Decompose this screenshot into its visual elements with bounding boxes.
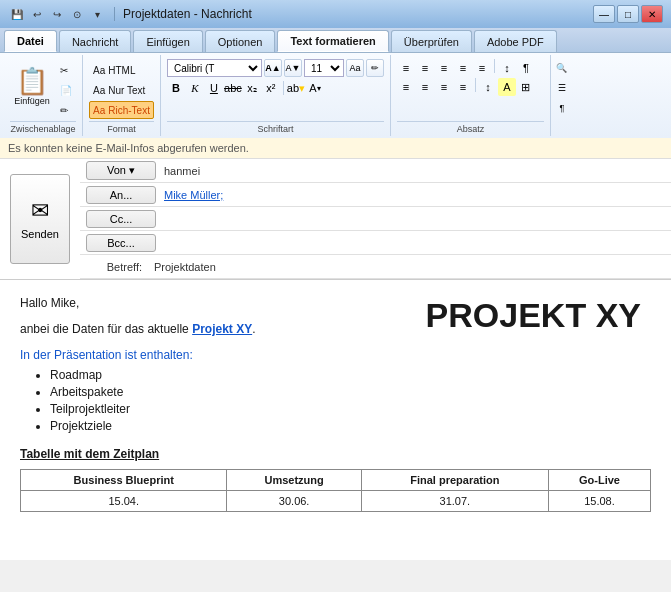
- list-item-1: Roadmap: [50, 368, 651, 382]
- bcc-btn[interactable]: Bcc...: [86, 234, 156, 252]
- subscript-btn[interactable]: x₂: [243, 79, 261, 97]
- undo-qa-btn[interactable]: ↩: [28, 5, 46, 23]
- copy-btn[interactable]: 📄: [56, 81, 76, 99]
- email-cc-row: Cc...: [80, 207, 671, 231]
- table-title: Tabelle mit dem Zeitplan: [20, 447, 651, 461]
- project-link[interactable]: Projekt XY: [192, 322, 252, 336]
- intro-text-end: .: [252, 322, 255, 336]
- close-btn[interactable]: ✕: [641, 5, 663, 23]
- info-bar-text: Es konnten keine E-Mail-Infos abgerufen …: [8, 142, 249, 154]
- more-qa-btn[interactable]: ▾: [88, 5, 106, 23]
- table-header-row: Business Blueprint Umsetzung Final prepa…: [21, 470, 651, 491]
- absatz-row2: ≡ ≡ ≡ ≡ ↕ A ⊞: [397, 78, 535, 96]
- html-icon: Aa: [93, 65, 105, 76]
- col-umsetzung: Umsetzung: [227, 470, 361, 491]
- extra1-btn[interactable]: ☰: [553, 79, 571, 97]
- font-size-decrease-btn[interactable]: A▼: [284, 59, 302, 77]
- redo-qa-btn[interactable]: ↪: [48, 5, 66, 23]
- project-logo: PROJEKT XY: [426, 296, 641, 335]
- richtext-format-btn[interactable]: Aa Rich-Text: [89, 101, 154, 119]
- email-bcc-row: Bcc...: [80, 231, 671, 255]
- send-button[interactable]: ✉ Senden: [10, 174, 70, 264]
- superscript-btn[interactable]: x²: [262, 79, 280, 97]
- tab-einfuegen[interactable]: Einfügen: [133, 30, 202, 52]
- title-bar-left: 💾 ↩ ↪ ⊙ ▾ Projektdaten - Nachricht: [8, 5, 252, 23]
- highlight-btn[interactable]: ab▾: [287, 79, 305, 97]
- body-content: PROJEKT XY Hallo Mike, anbei die Daten f…: [20, 296, 651, 447]
- multilevel-btn[interactable]: ≡: [435, 59, 453, 77]
- ribbon-group-schriftart: Calibri (T A▲ A▼ 11 Aa ✏ B K U abc x₂ x²…: [161, 55, 391, 136]
- plaintext-label: Nur Text: [108, 85, 145, 96]
- clear-format-btn[interactable]: Aa: [346, 59, 364, 77]
- align-right-btn[interactable]: ≡: [435, 78, 453, 96]
- tab-ueberpruefen[interactable]: Überprüfen: [391, 30, 472, 52]
- tab-text-formatieren[interactable]: Text formatieren: [277, 30, 388, 52]
- zwischenablage-label: Zwischenablage: [10, 121, 76, 134]
- cc-btn[interactable]: Cc...: [86, 210, 156, 228]
- cell-golive-date: 15.08.: [548, 491, 650, 512]
- decrease-indent-btn[interactable]: ≡: [454, 59, 472, 77]
- bullet-qa-btn[interactable]: ⊙: [68, 5, 86, 23]
- schriftart-content: Calibri (T A▲ A▼ 11 Aa ✏ B K U abc x₂ x²…: [167, 57, 384, 119]
- tab-datei[interactable]: Datei: [4, 30, 57, 52]
- italic-btn[interactable]: K: [186, 79, 204, 97]
- absatz-row1: ≡ ≡ ≡ ≡ ≡ ↕ ¶: [397, 59, 535, 77]
- window-controls: — □ ✕: [593, 5, 663, 23]
- copy-format-btn[interactable]: ✏: [366, 59, 384, 77]
- extra2-btn[interactable]: ¶: [553, 99, 571, 117]
- maximize-btn[interactable]: □: [617, 5, 639, 23]
- ribbon-tabs: Datei Nachricht Einfügen Optionen Text f…: [0, 28, 671, 53]
- save-qa-btn[interactable]: 💾: [8, 5, 26, 23]
- line-spacing-btn[interactable]: ↕: [479, 78, 497, 96]
- justify-btn[interactable]: ≡: [454, 78, 472, 96]
- title-bar-title: Projektdaten - Nachricht: [123, 7, 252, 21]
- to-btn[interactable]: An...: [86, 186, 156, 204]
- format-content: Aa HTML Aa Nur Text Aa Rich-Text: [89, 57, 154, 119]
- cut-btn[interactable]: ✂: [56, 61, 76, 79]
- title-bar: 💾 ↩ ↪ ⊙ ▾ Projektdaten - Nachricht — □ ✕: [0, 0, 671, 28]
- html-format-btn[interactable]: Aa HTML: [89, 61, 139, 79]
- format-painter-btn[interactable]: ✏: [56, 101, 76, 119]
- borders-btn[interactable]: ⊞: [517, 78, 535, 96]
- ribbon-group-zwischenablage: 📋 Einfügen ✂ 📄 ✏ Zwischenablage: [4, 55, 83, 136]
- tab-optionen[interactable]: Optionen: [205, 30, 276, 52]
- copy-icon: 📄: [60, 85, 72, 96]
- ribbon-group-format: Aa HTML Aa Nur Text Aa Rich-Text Format: [83, 55, 161, 136]
- shading-btn[interactable]: A: [498, 78, 516, 96]
- format-label: Format: [89, 121, 154, 134]
- minimize-btn[interactable]: —: [593, 5, 615, 23]
- richtext-label: Rich-Text: [108, 105, 150, 116]
- font-size-select[interactable]: 11: [304, 59, 344, 77]
- to-value[interactable]: Mike Müller;: [160, 187, 671, 203]
- divider2: [494, 59, 495, 73]
- show-para-btn[interactable]: ¶: [517, 59, 535, 77]
- cc-value[interactable]: [160, 217, 671, 221]
- ribbon-group-absatz: ≡ ≡ ≡ ≡ ≡ ↕ ¶ ≡ ≡ ≡ ≡ ↕ A ⊞ Absatz: [391, 55, 551, 136]
- align-left-btn[interactable]: ≡: [397, 78, 415, 96]
- zoom-btn[interactable]: 🔍: [553, 59, 571, 77]
- font-size-increase-btn[interactable]: A▲: [264, 59, 282, 77]
- font-color-btn[interactable]: A▾: [306, 79, 324, 97]
- font-name-select[interactable]: Calibri (T: [167, 59, 262, 77]
- align-center-btn[interactable]: ≡: [416, 78, 434, 96]
- increase-indent-btn[interactable]: ≡: [473, 59, 491, 77]
- numbering-btn[interactable]: ≡: [416, 59, 434, 77]
- strikethrough-btn[interactable]: abc: [224, 79, 242, 97]
- divider3: [475, 78, 476, 92]
- tab-nachricht[interactable]: Nachricht: [59, 30, 131, 52]
- bullets-btn[interactable]: ≡: [397, 59, 415, 77]
- from-btn[interactable]: Von ▾: [86, 161, 156, 180]
- underline-btn[interactable]: U: [205, 79, 223, 97]
- email-from-row: Von ▾ hanmei: [80, 159, 671, 183]
- extra-ribbon-btns: 🔍 ☰ ¶: [551, 55, 573, 136]
- cell-umsetzung-date: 30.06.: [227, 491, 361, 512]
- bcc-value[interactable]: [160, 241, 671, 245]
- tab-adobe-pdf[interactable]: Adobe PDF: [474, 30, 557, 52]
- plaintext-format-btn[interactable]: Aa Nur Text: [89, 81, 149, 99]
- subject-value[interactable]: Projektdaten: [150, 259, 671, 275]
- plaintext-icon: Aa: [93, 85, 105, 96]
- einfuegen-btn[interactable]: 📋 Einfügen: [10, 57, 54, 117]
- bold-btn[interactable]: B: [167, 79, 185, 97]
- list-item-3: Teilprojektleiter: [50, 402, 651, 416]
- sort-btn[interactable]: ↕: [498, 59, 516, 77]
